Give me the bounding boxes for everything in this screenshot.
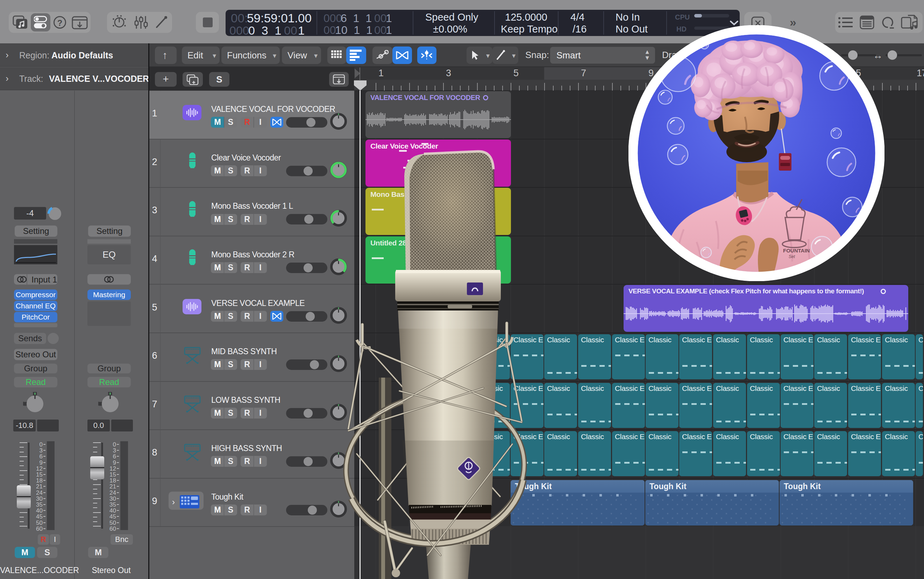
svg-text:Set: Set <box>789 254 795 259</box>
svg-text:FOUNTAIN: FOUNTAIN <box>783 247 810 254</box>
